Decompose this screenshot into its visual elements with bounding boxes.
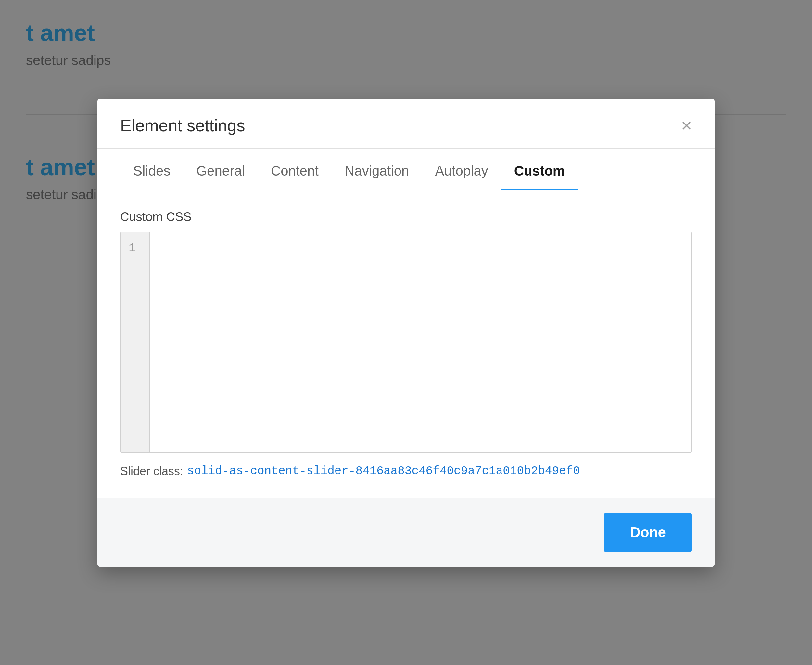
modal-footer: Done	[98, 498, 714, 567]
modal: Element settings × Slides General Conten…	[98, 99, 714, 567]
tab-slides[interactable]: Slides	[120, 149, 183, 190]
tabs-container: Slides General Content Navigation Autopl…	[98, 149, 714, 190]
tab-custom[interactable]: Custom	[501, 149, 578, 190]
line-number-1: 1	[129, 241, 136, 255]
tab-general[interactable]: General	[183, 149, 258, 190]
modal-title: Element settings	[120, 116, 245, 135]
css-input[interactable]	[150, 233, 691, 452]
done-button[interactable]: Done	[604, 513, 692, 552]
modal-close-button[interactable]: ×	[681, 116, 692, 134]
tab-content[interactable]: Content	[258, 149, 332, 190]
slider-class-value: solid-as-content-slider-8416aa83c46f40c9…	[187, 464, 580, 478]
tab-autoplay[interactable]: Autoplay	[422, 149, 501, 190]
line-numbers: 1	[121, 233, 150, 452]
modal-body: Custom CSS 1 Slider class: solid-as-cont…	[98, 190, 714, 498]
slider-class-row: Slider class: solid-as-content-slider-84…	[120, 464, 692, 478]
tab-navigation[interactable]: Navigation	[332, 149, 422, 190]
slider-class-label: Slider class:	[120, 464, 183, 478]
css-section-label: Custom CSS	[120, 210, 692, 224]
modal-header: Element settings ×	[98, 99, 714, 149]
code-editor: 1	[120, 232, 692, 453]
modal-overlay: Element settings × Slides General Conten…	[0, 0, 812, 665]
